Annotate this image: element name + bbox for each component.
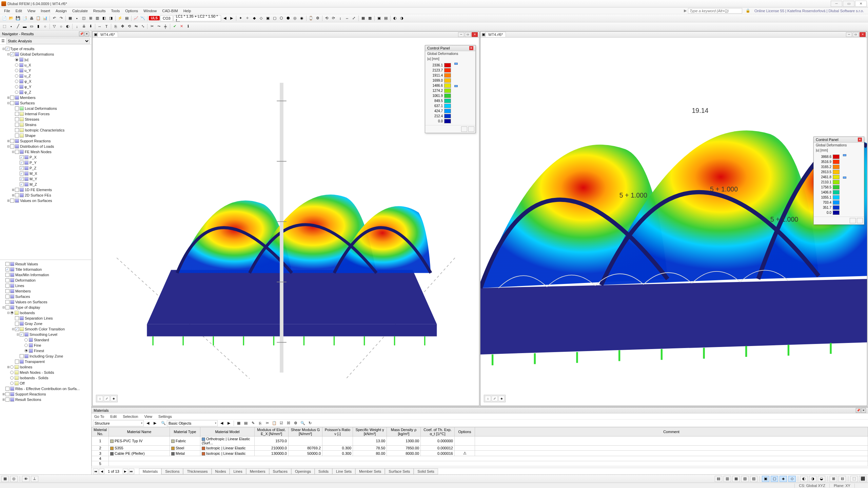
menu-results[interactable]: Results	[91, 8, 108, 14]
tree-checkbox[interactable]	[5, 273, 9, 277]
tree-item[interactable]: Mesh Nodes - Solids	[1, 370, 91, 375]
extend-icon[interactable]: ⤳	[156, 23, 162, 29]
menu-view[interactable]: View	[25, 8, 38, 14]
first-page-icon[interactable]: ⏮	[93, 469, 98, 474]
matmenu-view[interactable]: View	[143, 414, 154, 419]
tool-l-icon[interactable]: ⚙	[315, 15, 321, 21]
table-row[interactable]: 1 PES-PVC Typ IV Fabric Orthotropic | Li…	[92, 436, 868, 446]
display-tree[interactable]: Result Values✓Title InformationMax/Min I…	[0, 260, 91, 475]
tool-q-icon[interactable]: ⤢	[351, 15, 357, 21]
mirror-icon[interactable]: ⇋	[133, 23, 139, 29]
tree-item[interactable]: ✓M_X	[1, 171, 91, 176]
col-opt[interactable]: Options	[455, 427, 475, 436]
tree-checkbox[interactable]	[10, 199, 14, 203]
tree-checkbox[interactable]: ✓	[20, 166, 24, 170]
tree-toggle[interactable]: ⊟	[7, 53, 10, 56]
bb10-icon[interactable]: ◐	[800, 476, 808, 482]
menu-options[interactable]: Options	[122, 8, 141, 14]
tree-item[interactable]: Fine	[1, 343, 91, 348]
scale-thumb-bot[interactable]	[843, 177, 846, 179]
tree-checkbox[interactable]	[10, 144, 14, 148]
menu-assign[interactable]: Assign	[53, 8, 70, 14]
tree-radio[interactable]	[15, 90, 18, 94]
loadcase-desc[interactable]: LC1 * 1.35 + LC2 * 1.50 * f...	[174, 15, 221, 21]
tree-item[interactable]: ⊞Members	[1, 95, 91, 100]
tree-radio[interactable]	[15, 58, 18, 61]
matmenu-goto[interactable]: Go To	[93, 414, 105, 419]
tree-toggle[interactable]: ⊟	[7, 311, 10, 314]
scale-icon[interactable]: ⤡	[140, 23, 146, 29]
tree-checkbox[interactable]	[10, 139, 14, 143]
text-icon[interactable]: T	[103, 23, 110, 29]
tool-o-icon[interactable]: ↕	[337, 15, 343, 21]
tool-k-icon[interactable]: ⌚	[308, 15, 314, 21]
bb12-icon[interactable]: ◒	[818, 476, 825, 482]
solid-icon[interactable]: ▮	[35, 23, 41, 29]
cp-close-icon[interactable]: ✕	[469, 46, 473, 50]
snap-obj-icon[interactable]: ◎	[10, 476, 18, 482]
snap-grid-icon[interactable]: ▦	[1, 476, 9, 482]
tree-item[interactable]: ⊞1D FE Elements	[1, 187, 91, 192]
rotate-icon[interactable]: ⟲	[126, 23, 132, 29]
grid-icon[interactable]: ▦	[67, 15, 73, 21]
undo-icon[interactable]: ↶	[51, 15, 57, 21]
surface-icon[interactable]: ▭	[28, 23, 35, 29]
category-dropdown[interactable]: Structure	[93, 420, 144, 426]
line-icon[interactable]: ╱	[15, 23, 21, 29]
tree-item[interactable]: ⊟✓Smoothing Level	[1, 332, 91, 337]
tool-i-icon[interactable]: ◎	[292, 15, 298, 21]
tree-item[interactable]: ✓Title Information	[1, 267, 91, 272]
tool-w-icon[interactable]: ◑	[399, 15, 405, 21]
tree-item[interactable]: ✓P_X	[1, 155, 91, 160]
tree-item[interactable]: Local Deformations	[1, 106, 91, 111]
col-comment[interactable]: Comment	[475, 427, 868, 436]
tool-m-icon[interactable]: ⟲	[324, 15, 330, 21]
footer-tab-sections[interactable]: Sections	[161, 468, 183, 474]
iso-view-icon[interactable]: ◈	[498, 396, 505, 401]
window2-icon[interactable]: ⊞	[87, 15, 94, 21]
tb1-icon[interactable]: ▦	[236, 420, 242, 426]
materials-grid[interactable]: Material No. Material Name Material Type…	[92, 427, 868, 468]
calc-icon[interactable]: ⚡	[117, 15, 123, 21]
3d-canvas-left[interactable]	[93, 38, 479, 406]
tree-radio[interactable]	[24, 344, 28, 347]
analysis-mode-select[interactable]: Static Analysis	[6, 38, 90, 44]
prev-lc-icon[interactable]: ◀	[222, 15, 228, 21]
control-panel-right[interactable]: Control Panel✕ Global Deformations |u| […	[813, 137, 864, 225]
tree-item[interactable]: Internal Forces	[1, 111, 91, 117]
tree-checkbox[interactable]	[10, 101, 14, 105]
maximize-button[interactable]: ▭	[843, 1, 854, 7]
tree-toggle[interactable]: ⊞	[7, 365, 10, 369]
col-a[interactable]: Coef. of Th. Exp. α_t [1/°C]	[421, 427, 455, 436]
subcategory-dropdown[interactable]: Basic Objects	[167, 420, 218, 426]
table-row[interactable]: 2 S355 Steel Isotropic | Linear Elastic …	[92, 446, 868, 451]
tree-checkbox[interactable]: ✓	[10, 52, 14, 56]
col-model[interactable]: Material Model	[200, 427, 255, 436]
tree-toggle[interactable]: ⊞	[12, 194, 15, 197]
tree-item[interactable]: Isotropic Characteristics	[1, 127, 91, 133]
tree-item[interactable]: ⊞2D Surface FEs	[1, 192, 91, 198]
tree-checkbox[interactable]	[15, 134, 19, 138]
fit-view-icon[interactable]: ⤢	[492, 396, 498, 401]
print-icon[interactable]: 🖶	[28, 15, 35, 21]
tree-checkbox[interactable]	[5, 284, 9, 288]
tree-item[interactable]: ⊞Result Sections	[1, 397, 91, 402]
new-icon[interactable]: 📄	[1, 15, 7, 21]
cp-btn1-icon[interactable]	[461, 126, 467, 132]
viewport-left[interactable]: ▣ WT4.rf6* ─ ▭ ✕	[92, 31, 479, 406]
tree-radio[interactable]	[15, 80, 18, 83]
tool-b-icon[interactable]: ✧	[244, 15, 251, 21]
menu-file[interactable]: File	[1, 8, 13, 14]
bb14-icon[interactable]: ⊟	[839, 476, 846, 482]
tree-toggle[interactable]: ⊞	[7, 199, 10, 202]
vp-min-icon[interactable]: ─	[458, 32, 464, 37]
next-cat-icon[interactable]: ▶	[152, 420, 158, 426]
tree-checkbox[interactable]	[15, 322, 19, 326]
tree-item[interactable]: ✓M_Y	[1, 176, 91, 182]
footer-tab-solids[interactable]: Solids	[315, 468, 332, 474]
scale-thumb-bot[interactable]	[454, 85, 458, 87]
scale-thumb-top[interactable]	[454, 63, 458, 65]
ortho-icon[interactable]: ⊥	[31, 476, 38, 482]
footer-tab-members[interactable]: Members	[246, 468, 269, 474]
pin-icon[interactable]: 📌	[856, 408, 861, 413]
